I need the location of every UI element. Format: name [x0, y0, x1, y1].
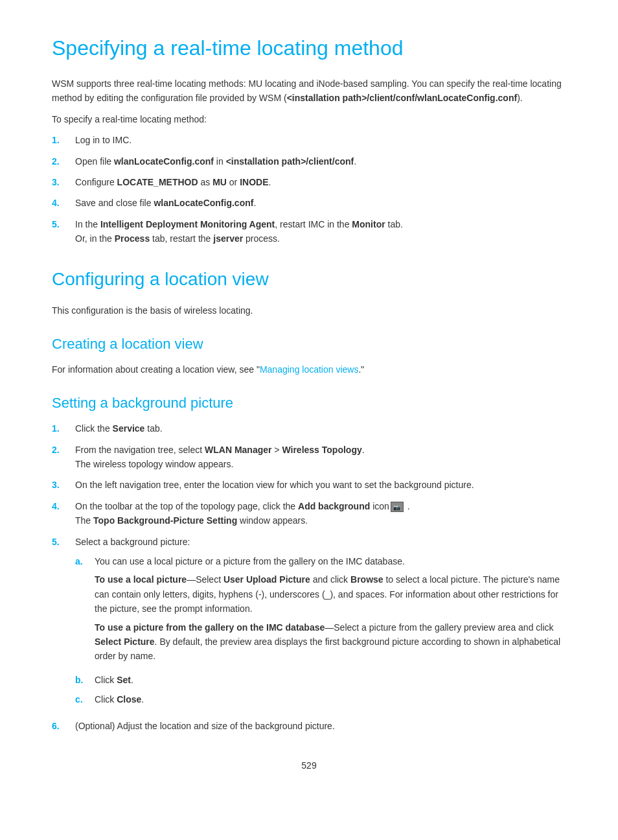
s4-step1-bold1: Service [113, 423, 145, 434]
step5-content: In the Intelligent Deployment Monitoring… [75, 217, 566, 246]
section3-title: Creating a location view [52, 333, 566, 355]
s4-step1-content: Click the Service tab. [75, 421, 566, 436]
section2-title: Configuring a location view [52, 266, 566, 293]
section4-step-5: 5. Select a background picture: a. You c… [52, 535, 566, 712]
step2-bold1: wlanLocateConfig.conf [114, 156, 214, 167]
section1-step-5: 5. In the Intelligent Deployment Monitor… [52, 217, 566, 246]
section2-intro: This configuration is the basis of wirel… [52, 303, 566, 318]
s4-step3-content: On the left navigation tree, enter the l… [75, 478, 566, 492]
s4-step6-content: (Optional) Adjust the location and size … [75, 719, 566, 733]
managing-location-views-link[interactable]: Managing location views [260, 364, 359, 375]
browse-bold: Browse [350, 574, 383, 585]
add-background-icon: 📷 [391, 502, 404, 512]
s4-step5-subitems: a. You can use a local picture or a pict… [75, 554, 566, 707]
s4-step5-b-label: b. [75, 673, 91, 687]
s4-step5-num: 5. [52, 535, 71, 712]
step5-subtext: Or, in the Process tab, restart the jser… [75, 233, 280, 244]
section1-step-1: 1. Log in to IMC. [52, 133, 566, 147]
s4-step5-c-label: c. [75, 692, 91, 706]
step2-num: 2. [52, 154, 71, 169]
section4-step-6: 6. (Optional) Adjust the location and si… [52, 719, 566, 733]
section1-intro-bold: <installation path>/client/conf/wlanLoca… [287, 93, 517, 103]
step3-bold3: INODE [240, 177, 268, 187]
section1-intro: WSM supports three real-time locating me… [52, 76, 566, 106]
step2-content: Open file wlanLocateConfig.conf in <inst… [75, 154, 566, 169]
section4-step-4: 4. On the toolbar at the top of the topo… [52, 499, 566, 528]
step2-bold2: <installation path>/client/conf [226, 156, 354, 167]
step1-num: 1. [52, 133, 71, 147]
section1-step-3: 3. Configure LOCATE_METHOD as MU or INOD… [52, 175, 566, 189]
close-bold: Close [117, 694, 141, 705]
step5-bold4: jserver [213, 233, 243, 244]
step5-bold1: Intelligent Deployment Monitoring Agent [100, 219, 275, 229]
s4-step6-num: 6. [52, 719, 71, 733]
s4-step2-content: From the navigation tree, select WLAN Ma… [75, 443, 566, 472]
s4-step2-bold2: Wireless Topology [282, 445, 361, 455]
section1-steps: 1. Log in to IMC. 2. Open file wlanLocat… [52, 133, 566, 246]
local-picture-bold: To use a local picture [95, 574, 187, 585]
s4-step3-num: 3. [52, 478, 71, 492]
step4-bold1: wlanLocateConfig.conf [154, 198, 253, 208]
s4-step4-subtext: The Topo Background-Picture Setting wind… [75, 515, 308, 526]
step3-bold1: LOCATE_METHOD [117, 177, 198, 187]
step3-content: Configure LOCATE_METHOD as MU or INODE. [75, 175, 566, 189]
section4-steps: 1. Click the Service tab. 2. From the na… [52, 421, 566, 733]
step1-content: Log in to IMC. [75, 133, 566, 147]
s4-step4-num: 4. [52, 499, 71, 528]
s4-step5-a: a. You can use a local picture or a pict… [75, 554, 566, 668]
step4-content: Save and close file wlanLocateConfig.con… [75, 196, 566, 210]
s4-step2-bold1: WLAN Manager [205, 445, 271, 455]
s4-step5-a-para1: To use a local picture—Select User Uploa… [95, 572, 566, 616]
s4-step4-bold-sub: Topo Background-Picture Setting [93, 515, 237, 526]
section4-title: Setting a background picture [52, 392, 566, 414]
section4-step-2: 2. From the navigation tree, select WLAN… [52, 443, 566, 472]
s4-step2-num: 2. [52, 443, 71, 472]
step3-bold2: MU [212, 177, 227, 187]
section1-instruction: To specify a real-time locating method: [52, 112, 566, 126]
user-upload-picture-bold: User Upload Picture [223, 574, 310, 585]
select-picture-bold: Select Picture [95, 636, 155, 647]
step5-bold2: Monitor [352, 219, 385, 229]
section3-intro: For information about creating a locatio… [52, 362, 566, 377]
s4-step5-c-content: Click Close. [95, 692, 566, 706]
step3-num: 3. [52, 175, 71, 189]
s4-step5-b-content: Click Set. [95, 673, 566, 687]
s4-step5-a-content: You can use a local picture or a picture… [95, 554, 566, 668]
s4-step4-content: On the toolbar at the top of the topolog… [75, 499, 566, 528]
step5-bold3: Process [115, 233, 150, 244]
s4-step5-a-para2: To use a picture from the gallery on the… [95, 620, 566, 664]
section1-intro-end: ). [517, 93, 523, 103]
page-number: 529 [52, 759, 566, 773]
gallery-picture-bold: To use a picture from the gallery on the… [95, 622, 325, 633]
s4-step1-num: 1. [52, 421, 71, 436]
s4-step2-subtext: The wireless topology window appears. [75, 459, 233, 469]
section4-step-1: 1. Click the Service tab. [52, 421, 566, 436]
s4-step5-c: c. Click Close. [75, 692, 566, 706]
section1-step-2: 2. Open file wlanLocateConfig.conf in <i… [52, 154, 566, 169]
section3-intro-pre: For information about creating a locatio… [52, 364, 260, 375]
s4-step5-a-label: a. [75, 554, 91, 668]
section4-step-3: 3. On the left navigation tree, enter th… [52, 478, 566, 492]
step5-num: 5. [52, 217, 71, 246]
s4-step5-b: b. Click Set. [75, 673, 566, 687]
section1-step-4: 4. Save and close file wlanLocateConfig.… [52, 196, 566, 210]
section1-title: Specifying a real-time locating method [52, 32, 566, 64]
set-bold: Set [117, 675, 131, 685]
section3-intro-end: ." [358, 364, 364, 375]
step4-num: 4. [52, 196, 71, 210]
s4-step4-bold1: Add background [298, 501, 370, 511]
s4-step5-content: Select a background picture: a. You can … [75, 535, 566, 712]
